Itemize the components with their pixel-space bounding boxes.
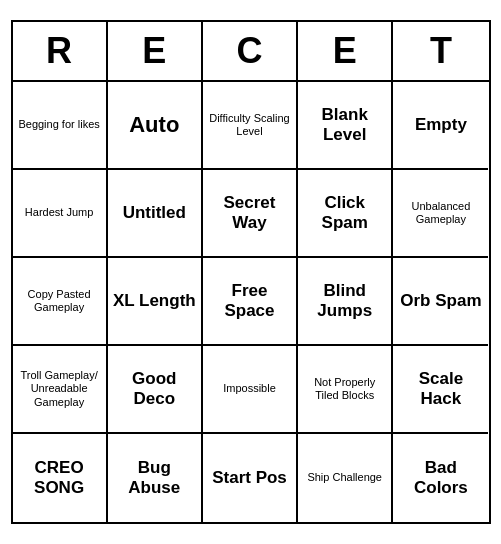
cell-text-13: Blind Jumps — [302, 281, 387, 322]
cell-text-23: Ship Challenge — [307, 471, 382, 484]
bingo-cell-13: Blind Jumps — [298, 258, 393, 346]
bingo-cell-5: Hardest Jump — [13, 170, 108, 258]
cell-text-14: Orb Spam — [400, 291, 481, 311]
cell-text-0: Begging for likes — [18, 118, 99, 131]
cell-text-10: Copy Pasted Gameplay — [17, 288, 102, 314]
bingo-cell-4: Empty — [393, 82, 488, 170]
bingo-cell-16: Good Deco — [108, 346, 203, 434]
cell-text-15: Troll Gameplay/ Unreadable Gameplay — [17, 369, 102, 409]
bingo-cell-11: XL Length — [108, 258, 203, 346]
header-letter-C: C — [203, 22, 298, 80]
bingo-cell-21: Bug Abuse — [108, 434, 203, 522]
cell-text-7: Secret Way — [207, 193, 292, 234]
cell-text-4: Empty — [415, 115, 467, 135]
bingo-cell-9: Unbalanced Gameplay — [393, 170, 488, 258]
bingo-cell-12: Free Space — [203, 258, 298, 346]
cell-text-19: Scale Hack — [397, 369, 484, 410]
cell-text-12: Free Space — [207, 281, 292, 322]
cell-text-6: Untitled — [123, 203, 186, 223]
cell-text-5: Hardest Jump — [25, 206, 93, 219]
header-letter-E: E — [298, 22, 393, 80]
bingo-header: RECET — [13, 22, 489, 82]
cell-text-21: Bug Abuse — [112, 458, 197, 499]
bingo-cell-17: Impossible — [203, 346, 298, 434]
bingo-cell-22: Start Pos — [203, 434, 298, 522]
cell-text-16: Good Deco — [112, 369, 197, 410]
bingo-card: RECET Begging for likesAutoDifficulty Sc… — [11, 20, 491, 524]
cell-text-1: Auto — [129, 112, 179, 138]
bingo-cell-6: Untitled — [108, 170, 203, 258]
cell-text-9: Unbalanced Gameplay — [397, 200, 484, 226]
header-letter-E: E — [108, 22, 203, 80]
bingo-grid: Begging for likesAutoDifficulty Scaling … — [13, 82, 489, 522]
bingo-cell-15: Troll Gameplay/ Unreadable Gameplay — [13, 346, 108, 434]
bingo-cell-19: Scale Hack — [393, 346, 488, 434]
cell-text-24: Bad Colors — [397, 458, 484, 499]
cell-text-8: Click Spam — [302, 193, 387, 234]
bingo-cell-8: Click Spam — [298, 170, 393, 258]
bingo-cell-1: Auto — [108, 82, 203, 170]
cell-text-11: XL Length — [113, 291, 196, 311]
cell-text-22: Start Pos — [212, 468, 287, 488]
bingo-cell-0: Begging for likes — [13, 82, 108, 170]
bingo-cell-2: Difficulty Scaling Level — [203, 82, 298, 170]
cell-text-18: Not Properly Tiled Blocks — [302, 376, 387, 402]
bingo-cell-3: Blank Level — [298, 82, 393, 170]
bingo-cell-24: Bad Colors — [393, 434, 488, 522]
bingo-cell-20: CREO SONG — [13, 434, 108, 522]
bingo-cell-10: Copy Pasted Gameplay — [13, 258, 108, 346]
cell-text-17: Impossible — [223, 382, 276, 395]
header-letter-T: T — [393, 22, 488, 80]
bingo-cell-7: Secret Way — [203, 170, 298, 258]
bingo-cell-23: Ship Challenge — [298, 434, 393, 522]
header-letter-R: R — [13, 22, 108, 80]
cell-text-3: Blank Level — [302, 105, 387, 146]
bingo-cell-14: Orb Spam — [393, 258, 488, 346]
cell-text-20: CREO SONG — [17, 458, 102, 499]
cell-text-2: Difficulty Scaling Level — [207, 112, 292, 138]
bingo-cell-18: Not Properly Tiled Blocks — [298, 346, 393, 434]
